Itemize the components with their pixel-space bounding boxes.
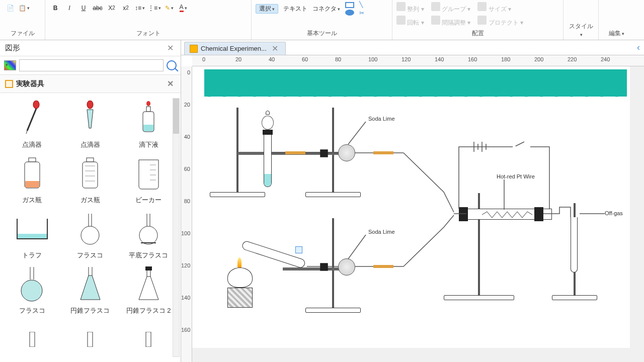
- line-spacing-button[interactable]: ↕≡: [134, 2, 146, 14]
- ribbon-group-edit: 編集: [599, 0, 634, 40]
- align-button[interactable]: 整列 ▾: [396, 2, 424, 14]
- ribbon-toolbar: 📄 📋 ファイル B I U abc X2 x2 ↕≡ ⋮≡ ✎ A フォント …: [0, 0, 644, 40]
- select-tool-button[interactable]: 選択: [256, 4, 278, 14]
- library-header: 実験器具 ✕: [0, 75, 181, 93]
- svg-point-24: [81, 226, 99, 244]
- paste-icon[interactable]: 📋: [18, 2, 30, 14]
- svg-rect-38: [146, 332, 151, 347]
- shape-partial-1[interactable]: [7, 319, 57, 361]
- test-tube-1[interactable]: [264, 132, 272, 187]
- subscript-button[interactable]: X2: [106, 2, 118, 14]
- font-color-button[interactable]: A: [177, 2, 189, 14]
- shapes-panel-header: 図形 ✕: [0, 40, 181, 56]
- shape-flask-round[interactable]: フラスコ: [65, 209, 115, 260]
- bullets-button[interactable]: ⋮≡: [148, 2, 161, 14]
- line-shape-icon[interactable]: ╲: [359, 1, 364, 8]
- svg-rect-33: [145, 266, 152, 270]
- shape-gas-bottle-1[interactable]: ガス瓶: [7, 153, 57, 205]
- stand-5[interactable]: [554, 202, 605, 300]
- crop-icon[interactable]: ✂: [359, 10, 364, 17]
- shape-trough[interactable]: トラフ: [7, 209, 57, 260]
- rect-shape-icon[interactable]: [345, 2, 354, 8]
- test-tube-2[interactable]: [571, 217, 578, 273]
- shapes-panel-title: 図形: [5, 43, 20, 53]
- ruler-horizontal: 020406080100120140160180200220240: [192, 55, 644, 66]
- burner-stand: [227, 288, 253, 308]
- tab-chemical-experiment[interactable]: Chemical Experimen... ✕: [184, 42, 286, 55]
- drawing-page[interactable]: Soda Lime Soda Lime Hot-red Pt Wire Off-…: [192, 66, 630, 348]
- svg-rect-10: [25, 181, 39, 188]
- shape-dropper-2[interactable]: 点滴器: [65, 98, 115, 149]
- svg-point-4: [146, 101, 150, 106]
- tilted-tube[interactable]: [241, 240, 306, 268]
- library-close-button[interactable]: ✕: [165, 79, 176, 88]
- shape-beaker[interactable]: ビーカー: [123, 153, 174, 205]
- flame-icon: [237, 257, 242, 267]
- shapes-search-input[interactable]: [19, 59, 164, 71]
- palette-icon[interactable]: [4, 60, 16, 70]
- label-offgas[interactable]: Off-gas: [605, 210, 623, 216]
- tab-doc-icon: [190, 45, 198, 53]
- bold-button[interactable]: B: [49, 2, 61, 14]
- shape-partial-3[interactable]: [123, 319, 174, 361]
- label-pt-wire[interactable]: Hot-red Pt Wire: [497, 173, 535, 179]
- ribbon-label-edit[interactable]: 編集: [603, 28, 630, 40]
- svg-rect-11: [87, 158, 94, 162]
- shape-drop-bottle[interactable]: 滴下液: [123, 98, 174, 149]
- page-banner: [204, 69, 627, 97]
- lock-button[interactable]: プロテクト ▾: [477, 16, 523, 27]
- shape-partial-2[interactable]: [65, 319, 115, 361]
- svg-point-56: [529, 145, 532, 148]
- ribbon-label-style[interactable]: スタイル: [568, 21, 594, 40]
- tube-end-right: [534, 207, 543, 221]
- shapes-scrollbar[interactable]: [173, 98, 180, 357]
- shape-erlenmeyer-2[interactable]: 円錐フラスコ 2: [123, 264, 174, 315]
- ellipse-shape-icon[interactable]: [345, 10, 354, 16]
- svg-line-1: [27, 109, 36, 131]
- copy-icon[interactable]: 📄: [4, 2, 16, 14]
- connector-tool-button[interactable]: コネクタ: [312, 6, 340, 12]
- svg-point-0: [33, 101, 39, 109]
- highlight-button[interactable]: ✎: [163, 2, 175, 14]
- tab-title: Chemical Experimen...: [201, 45, 267, 52]
- smart-tag-icon[interactable]: [295, 246, 302, 253]
- ribbon-group-arrange: 整列 ▾ グループ ▾ サイズ ▾ 回転 ▾ 間隔調整 ▾ プロテクト ▾ 配置: [392, 0, 564, 40]
- ribbon-group-tools: 選択 テキスト コネクタ ╲ ✂ 基本ツール: [252, 0, 392, 40]
- ribbon-group-file: 📄 📋 ファイル: [0, 0, 45, 40]
- alcohol-burner[interactable]: [227, 267, 253, 288]
- label-soda-lime-2[interactable]: Soda Lime: [368, 229, 395, 235]
- svg-rect-7: [143, 125, 153, 131]
- ribbon-label-arrange: 配置: [396, 28, 559, 40]
- italic-button[interactable]: I: [63, 2, 75, 14]
- ribbon-label-font: フォント: [49, 28, 247, 40]
- size-button[interactable]: サイズ ▾: [477, 2, 511, 14]
- rotate-button[interactable]: 回転 ▾: [396, 16, 424, 27]
- shape-flask-flat[interactable]: 平底フラスコ: [123, 209, 174, 260]
- spacing-button[interactable]: 間隔調整 ▾: [431, 16, 471, 27]
- shapes-close-button[interactable]: ✕: [165, 43, 176, 53]
- soda-lime-bulb-2[interactable]: [338, 258, 355, 276]
- funnel-stopper: [266, 111, 270, 115]
- shapes-panel: 図形 ✕ 実験器具 ✕ 点滴器 点滴器: [0, 40, 181, 362]
- tab-close-button[interactable]: ✕: [270, 44, 280, 53]
- library-title: 実験器具: [16, 79, 44, 87]
- sep-funnel[interactable]: [262, 116, 274, 130]
- document-tabs: Chemical Experimen... ✕ ‹: [181, 40, 644, 55]
- underline-button[interactable]: U: [77, 2, 90, 14]
- shape-flask-round-2[interactable]: フラスコ: [7, 264, 57, 315]
- label-soda-lime-1[interactable]: Soda Lime: [368, 116, 395, 122]
- svg-point-55: [513, 145, 516, 148]
- shape-erlenmeyer[interactable]: 円錐フラスコ: [65, 264, 115, 315]
- search-icon[interactable]: [167, 60, 177, 70]
- shape-gas-bottle-2[interactable]: ガス瓶: [65, 153, 115, 205]
- canvas-area: Chemical Experimen... ✕ ‹ 02040608010012…: [181, 40, 644, 362]
- superscript-button[interactable]: x2: [120, 2, 132, 14]
- text-tool-button[interactable]: テキスト: [283, 6, 307, 12]
- shape-dropper-1[interactable]: 点滴器: [7, 98, 57, 149]
- strike-button[interactable]: abc: [92, 2, 104, 14]
- panel-expand-icon[interactable]: ‹: [637, 42, 640, 53]
- soda-lime-bulb-1[interactable]: [338, 144, 355, 161]
- main-area: 図形 ✕ 実験器具 ✕ 点滴器 点滴器: [0, 40, 644, 362]
- canvas-scroll[interactable]: Soda Lime Soda Lime Hot-red Pt Wire Off-…: [192, 66, 644, 362]
- group-button[interactable]: グループ ▾: [431, 2, 471, 14]
